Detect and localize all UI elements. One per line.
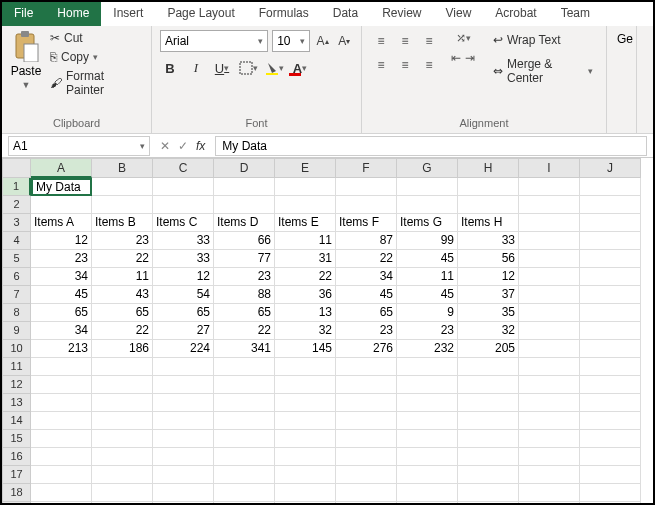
cell-F18[interactable] <box>336 484 397 502</box>
cell-G1[interactable] <box>397 178 458 196</box>
cell-A7[interactable]: 45 <box>31 286 92 304</box>
row-header-19[interactable]: 19 <box>2 502 31 503</box>
cell-D12[interactable] <box>214 376 275 394</box>
number-format-select[interactable]: Ge <box>615 30 628 48</box>
cell-C12[interactable] <box>153 376 214 394</box>
cell-B7[interactable]: 43 <box>92 286 153 304</box>
column-header-C[interactable]: C <box>153 158 214 178</box>
row-header-8[interactable]: 8 <box>2 304 31 322</box>
cell-A8[interactable]: 65 <box>31 304 92 322</box>
cell-J8[interactable] <box>580 304 641 322</box>
cell-E5[interactable]: 31 <box>275 250 336 268</box>
row-header-13[interactable]: 13 <box>2 394 31 412</box>
cell-A12[interactable] <box>31 376 92 394</box>
cell-J5[interactable] <box>580 250 641 268</box>
cell-I13[interactable] <box>519 394 580 412</box>
cell-I8[interactable] <box>519 304 580 322</box>
cell-F7[interactable]: 45 <box>336 286 397 304</box>
cell-C18[interactable] <box>153 484 214 502</box>
cell-E18[interactable] <box>275 484 336 502</box>
cell-J19[interactable] <box>580 502 641 503</box>
cell-A19[interactable] <box>31 502 92 503</box>
cell-A14[interactable] <box>31 412 92 430</box>
cell-E11[interactable] <box>275 358 336 376</box>
cell-C14[interactable] <box>153 412 214 430</box>
cell-F5[interactable]: 22 <box>336 250 397 268</box>
cell-H13[interactable] <box>458 394 519 412</box>
tab-data[interactable]: Data <box>321 2 370 26</box>
tab-team[interactable]: Team <box>549 2 602 26</box>
cell-I15[interactable] <box>519 430 580 448</box>
cell-D11[interactable] <box>214 358 275 376</box>
cell-A17[interactable] <box>31 466 92 484</box>
cell-C9[interactable]: 27 <box>153 322 214 340</box>
cell-J11[interactable] <box>580 358 641 376</box>
cell-E9[interactable]: 32 <box>275 322 336 340</box>
cell-J9[interactable] <box>580 322 641 340</box>
paste-icon[interactable] <box>10 30 42 62</box>
align-left-button[interactable]: ≡ <box>370 54 392 76</box>
orientation-button[interactable]: ⤮▾ <box>450 30 476 46</box>
row-header-10[interactable]: 10 <box>2 340 31 358</box>
row-header-17[interactable]: 17 <box>2 466 31 484</box>
tab-review[interactable]: Review <box>370 2 433 26</box>
copy-button[interactable]: ⎘Copy▾ <box>48 49 143 65</box>
column-header-H[interactable]: H <box>458 158 519 178</box>
cell-J13[interactable] <box>580 394 641 412</box>
row-header-11[interactable]: 11 <box>2 358 31 376</box>
cell-C8[interactable]: 65 <box>153 304 214 322</box>
cell-F11[interactable] <box>336 358 397 376</box>
cell-J17[interactable] <box>580 466 641 484</box>
cell-F12[interactable] <box>336 376 397 394</box>
border-button[interactable]: ▾ <box>238 58 258 78</box>
cell-B4[interactable]: 23 <box>92 232 153 250</box>
font-color-button[interactable]: A▾ <box>290 58 310 78</box>
cell-B17[interactable] <box>92 466 153 484</box>
cell-H12[interactable] <box>458 376 519 394</box>
fx-icon[interactable]: fx <box>196 139 205 153</box>
cell-E10[interactable]: 145 <box>275 340 336 358</box>
cell-G6[interactable]: 11 <box>397 268 458 286</box>
cell-I2[interactable] <box>519 196 580 214</box>
cell-A5[interactable]: 23 <box>31 250 92 268</box>
cell-G3[interactable]: Items G <box>397 214 458 232</box>
cell-G15[interactable] <box>397 430 458 448</box>
cell-B14[interactable] <box>92 412 153 430</box>
cell-D7[interactable]: 88 <box>214 286 275 304</box>
italic-button[interactable]: I <box>186 58 206 78</box>
cell-I7[interactable] <box>519 286 580 304</box>
cell-D14[interactable] <box>214 412 275 430</box>
cell-D6[interactable]: 23 <box>214 268 275 286</box>
cell-D13[interactable] <box>214 394 275 412</box>
cell-I11[interactable] <box>519 358 580 376</box>
cell-F13[interactable] <box>336 394 397 412</box>
cell-A10[interactable]: 213 <box>31 340 92 358</box>
cell-F8[interactable]: 65 <box>336 304 397 322</box>
fill-color-button[interactable]: ▾ <box>264 58 284 78</box>
cell-E1[interactable] <box>275 178 336 196</box>
cell-B5[interactable]: 22 <box>92 250 153 268</box>
cell-D17[interactable] <box>214 466 275 484</box>
cell-H4[interactable]: 33 <box>458 232 519 250</box>
cell-H2[interactable] <box>458 196 519 214</box>
cell-G18[interactable] <box>397 484 458 502</box>
column-header-E[interactable]: E <box>275 158 336 178</box>
cell-E3[interactable]: Items E <box>275 214 336 232</box>
cell-B15[interactable] <box>92 430 153 448</box>
grow-font-button[interactable]: A▴ <box>314 30 332 52</box>
underline-button[interactable]: U▾ <box>212 58 232 78</box>
cell-G19[interactable] <box>397 502 458 503</box>
cell-J18[interactable] <box>580 484 641 502</box>
cell-C11[interactable] <box>153 358 214 376</box>
cell-G5[interactable]: 45 <box>397 250 458 268</box>
row-header-6[interactable]: 6 <box>2 268 31 286</box>
tab-formulas[interactable]: Formulas <box>247 2 321 26</box>
shrink-font-button[interactable]: A▾ <box>335 30 353 52</box>
cell-E4[interactable]: 11 <box>275 232 336 250</box>
cell-G11[interactable] <box>397 358 458 376</box>
tab-insert[interactable]: Insert <box>101 2 155 26</box>
column-header-G[interactable]: G <box>397 158 458 178</box>
cell-C16[interactable] <box>153 448 214 466</box>
cell-F4[interactable]: 87 <box>336 232 397 250</box>
paste-dropdown-icon[interactable]: ▼ <box>22 80 31 90</box>
